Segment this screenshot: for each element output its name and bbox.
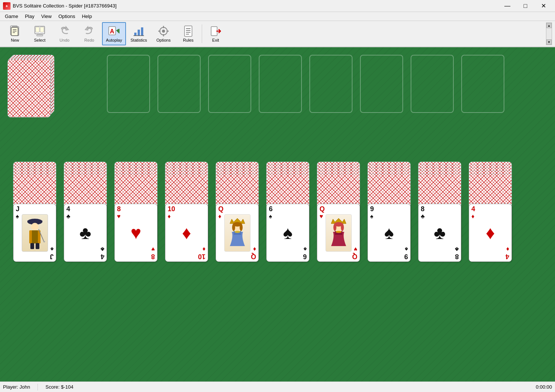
card-9-spades[interactable]: 9 ♠ ♠ 9 ♠: [368, 204, 411, 262]
column-8[interactable]: 9 ♠ ♠ 9 ♠: [368, 162, 411, 242]
select-icon: [34, 25, 46, 37]
card-4-diamonds[interactable]: 4 ♦ ♦ 4 ♦: [469, 204, 512, 262]
exit-icon: [210, 25, 222, 37]
column-9[interactable]: 8 ♣ ♣ 8 ♣: [418, 162, 461, 242]
stock-card-top[interactable]: [8, 59, 51, 117]
svg-point-18: [162, 30, 165, 33]
autoplay-button[interactable]: A Autoplay: [102, 22, 126, 45]
foundation-slot-3: [208, 55, 251, 113]
score-info: Score: $-104: [45, 384, 73, 390]
toolbar: New Select Undo Redo: [0, 21, 555, 47]
select-button[interactable]: Select: [28, 22, 52, 45]
foundation-slot-2: [158, 55, 201, 113]
card-8-hearts[interactable]: 8 ♥ ♥ 8 ♥: [114, 204, 158, 262]
svg-rect-13: [134, 33, 136, 36]
close-button[interactable]: ✕: [535, 0, 552, 12]
svg-point-49: [333, 224, 336, 231]
column-10[interactable]: 4 ♦ ♦ 4 ♦: [469, 162, 512, 242]
options-icon: [158, 25, 170, 37]
select-label: Select: [34, 38, 46, 42]
svg-rect-23: [184, 26, 192, 36]
card-10-diamonds[interactable]: 10 ♦ ♦ 10 ♦: [165, 204, 208, 262]
column-2[interactable]: 4 ♣ ♣ 4 ♣: [64, 162, 107, 242]
column-4[interactable]: 10 ♦ ♦ 10 ♦: [165, 162, 208, 242]
column-5[interactable]: Q ♦: [216, 162, 259, 242]
card-6-spades[interactable]: 6 ♠ ♠ 6 ♠: [266, 204, 309, 262]
foundation-slot-5: [309, 55, 352, 113]
menu-options[interactable]: Options: [55, 12, 79, 20]
foundation-slot-7: [411, 55, 454, 113]
options-label: Options: [156, 38, 171, 42]
new-icon: [9, 25, 21, 37]
exit-label: Exit: [212, 38, 219, 42]
rules-button[interactable]: Rules: [176, 22, 200, 45]
new-button[interactable]: New: [3, 22, 27, 45]
game-area[interactable]: J ♠: [0, 47, 555, 381]
new-label: New: [11, 38, 19, 42]
column-1[interactable]: J ♠: [13, 162, 56, 242]
svg-rect-28: [211, 27, 217, 36]
column-7[interactable]: Q ♥ Q ♥: [317, 162, 360, 242]
foundation-slot-4: [259, 55, 302, 113]
player-info: Player: John: [3, 384, 30, 390]
svg-rect-38: [36, 243, 39, 249]
svg-rect-34: [32, 230, 38, 243]
svg-rect-37: [30, 243, 34, 249]
column-6[interactable]: 6 ♠ ♠ 6 ♠: [266, 162, 309, 242]
svg-point-43: [240, 224, 243, 231]
rules-label: Rules: [183, 38, 194, 42]
redo-icon: [83, 25, 95, 37]
menu-view[interactable]: View: [38, 12, 55, 20]
undo-label: Undo: [60, 38, 69, 42]
redo-label: Redo: [84, 38, 94, 42]
menubar: Game Play View Options Help: [0, 12, 555, 21]
titlebar: ♠ BVS Solitaire Collection - Spider [#18…: [0, 0, 555, 12]
svg-rect-2: [11, 27, 18, 36]
svg-text:A: A: [110, 28, 114, 35]
status-separator-1: [38, 384, 38, 390]
card-q-diamonds[interactable]: Q ♦: [216, 204, 259, 262]
autoplay-icon: A: [108, 25, 120, 37]
svg-rect-7: [36, 27, 39, 32]
stock-pile[interactable]: [8, 55, 56, 115]
svg-point-45: [234, 231, 240, 233]
svg-rect-15: [141, 27, 143, 36]
svg-point-50: [341, 224, 344, 231]
svg-rect-14: [138, 30, 140, 36]
statistics-button[interactable]: Statistics: [127, 22, 151, 45]
exit-button[interactable]: Exit: [204, 22, 228, 45]
card-j-spades[interactable]: J ♠: [13, 204, 56, 262]
undo-icon: [58, 25, 70, 37]
svg-rect-9: [37, 35, 43, 36]
undo-button[interactable]: Undo: [52, 22, 76, 45]
options-button[interactable]: Options: [152, 22, 176, 45]
window-controls: — □ ✕: [499, 0, 552, 12]
menu-help[interactable]: Help: [78, 12, 95, 20]
svg-point-52: [336, 231, 342, 233]
svg-rect-8: [40, 27, 44, 32]
menu-play[interactable]: Play: [21, 12, 38, 20]
card-q-hearts[interactable]: Q ♥ Q ♥: [317, 204, 360, 262]
app-icon: ♠: [3, 2, 10, 10]
autoplay-label: Autoplay: [106, 38, 122, 42]
menu-game[interactable]: Game: [2, 12, 21, 20]
redo-button[interactable]: Redo: [77, 22, 101, 45]
foundation-slot-1: [107, 55, 150, 113]
foundation-slot-8: [461, 55, 504, 113]
svg-marker-12: [116, 29, 119, 33]
card-4-clubs[interactable]: 4 ♣ ♣ 4 ♣: [64, 204, 107, 262]
column-3[interactable]: 8 ♥ ♥ 8 ♥: [114, 162, 158, 242]
statistics-icon: [133, 25, 145, 37]
card-8-clubs[interactable]: 8 ♣ ♣ 8 ♣: [418, 204, 461, 262]
toolbar-separator: [202, 24, 202, 43]
svg-point-32: [31, 223, 39, 230]
foundation-slot-6: [360, 55, 403, 113]
rules-icon: [182, 25, 194, 37]
maximize-button[interactable]: □: [517, 0, 534, 12]
minimize-button[interactable]: —: [499, 0, 516, 12]
svg-rect-31: [27, 221, 42, 222]
window-title: BVS Solitaire Collection - Spider [#1873…: [13, 3, 499, 9]
svg-point-42: [232, 224, 235, 231]
timer: 0:00:00: [536, 384, 552, 390]
toolbar-scrollbar[interactable]: ▲ ▼: [546, 23, 552, 45]
